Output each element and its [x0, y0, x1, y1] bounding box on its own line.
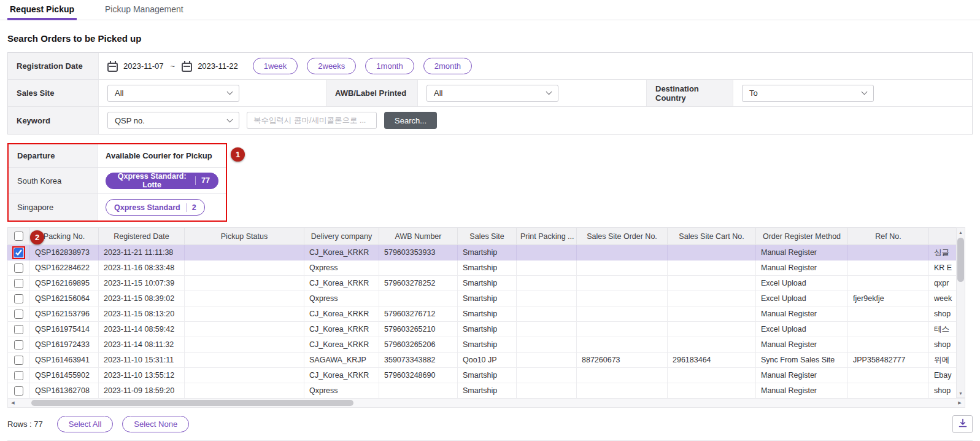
- cell-packing-no: QSP162156064: [30, 291, 99, 306]
- departure-country-label: Singapore: [9, 194, 98, 221]
- table-row[interactable]: QSP1614559022023-11-10 13:55:12CJ_Korea_…: [8, 368, 957, 383]
- row-checkbox[interactable]: [14, 371, 23, 380]
- select-none-button[interactable]: Select None: [122, 416, 189, 432]
- keyword-type-selected-value: QSP no.: [115, 116, 145, 125]
- select-all-header-cell: [8, 228, 30, 245]
- search-filter-panel: Registration Date 2023-11-07 ~ 2023-11-2…: [7, 52, 973, 135]
- date-preset-2weeks[interactable]: 2weeks: [307, 58, 356, 74]
- cell-registered-date: 2023-11-14 08:59:42: [99, 322, 185, 337]
- scroll-right-icon[interactable]: ▶: [955, 400, 965, 405]
- cell-packing-no: QSP162153796: [30, 306, 99, 322]
- row-checkbox[interactable]: [14, 325, 23, 334]
- horizontal-scrollbar[interactable]: ◀ ▶: [7, 398, 965, 408]
- cell-registered-date: 2023-11-09 18:59:20: [99, 383, 185, 399]
- tab-pickup-management[interactable]: Pickup Management: [102, 0, 186, 20]
- cell-pickup-status: [185, 383, 304, 399]
- cell-order-register-method: Excel Upload: [756, 322, 848, 337]
- cell-registered-date: 2023-11-10 15:31:11: [99, 353, 185, 368]
- horizontal-scrollbar-thumb[interactable]: [31, 400, 353, 406]
- table-row[interactable]: QSP1621560642023-11-15 08:39:02QxpressSm…: [8, 291, 957, 306]
- cell-extra: KR E: [929, 260, 957, 276]
- row-checkbox[interactable]: [14, 279, 23, 288]
- date-preset-2month[interactable]: 2month: [423, 58, 472, 74]
- row-checkbox[interactable]: [14, 386, 23, 396]
- horizontal-scrollbar-track[interactable]: [18, 399, 955, 407]
- table-row[interactable]: QSP1621698952023-11-15 10:07:39CJ_Korea_…: [8, 276, 957, 291]
- courier-pickup-button[interactable]: Qxpress Standard: Lotte77: [106, 173, 218, 189]
- vertical-scrollbar[interactable]: ▲ ▼: [956, 227, 965, 398]
- cell-pickup-status: [185, 260, 304, 276]
- scroll-up-icon[interactable]: ▲: [957, 228, 965, 236]
- column-header-sales-site-order-no: Sales Site Order No.: [577, 228, 668, 245]
- cell-packing-no: QSP162169895: [30, 276, 99, 291]
- departure-country-label: South Korea: [9, 168, 98, 193]
- keyword-input[interactable]: [247, 112, 377, 129]
- cell-awb-number: [379, 291, 458, 306]
- cell-sales-site: Smartship: [458, 337, 517, 353]
- cell-sales-site-order-no: [577, 245, 668, 260]
- date-preset-1month[interactable]: 1month: [365, 58, 414, 74]
- calendar-icon[interactable]: [107, 63, 118, 72]
- row-select-cell: [8, 368, 30, 383]
- cell-extra: 위메: [929, 353, 957, 368]
- cell-awb-number: [379, 260, 458, 276]
- sales-site-selected-value: All: [115, 88, 123, 98]
- cell-ref-no: [848, 245, 929, 260]
- scroll-down-icon[interactable]: ▼: [957, 389, 965, 397]
- row-checkbox[interactable]: [14, 294, 23, 303]
- row-checkbox[interactable]: [14, 248, 23, 257]
- export-download-button[interactable]: [952, 415, 973, 433]
- table-row[interactable]: QSP1622846222023-11-16 08:33:48QxpressSm…: [8, 260, 957, 276]
- awb-label-printed-selected-value: All: [434, 88, 442, 98]
- sales-site-select[interactable]: All: [107, 85, 239, 102]
- row-checkbox[interactable]: [14, 356, 23, 365]
- date-from-value[interactable]: 2023-11-07: [123, 61, 164, 71]
- calendar-icon[interactable]: [182, 63, 192, 72]
- table-row[interactable]: QSP1613627082023-11-09 18:59:20QxpressSm…: [8, 383, 957, 399]
- table-body: QSP1628389732023-11-21 11:11:38CJ_Korea_…: [8, 245, 957, 399]
- date-to-value[interactable]: 2023-11-22: [198, 61, 238, 71]
- vertical-scrollbar-thumb[interactable]: [957, 238, 964, 282]
- cell-awb-number: [379, 383, 458, 399]
- cell-delivery-company: CJ_Korea_KRKR: [304, 306, 379, 322]
- table-row[interactable]: QSP1621537962023-11-15 08:13:20CJ_Korea_…: [8, 306, 957, 322]
- scroll-left-icon[interactable]: ◀: [8, 400, 18, 405]
- cell-ref-no: [848, 337, 929, 353]
- table-row[interactable]: QSP1619754142023-11-14 08:59:42CJ_Korea_…: [8, 322, 957, 337]
- cell-delivery-company: CJ_Korea_KRKR: [304, 245, 379, 260]
- chevron-down-icon: [546, 89, 552, 95]
- cell-order-register-method: Manual Register: [756, 368, 848, 383]
- search-button[interactable]: Search...: [384, 112, 437, 129]
- table-row[interactable]: QSP1619724332023-11-14 08:11:32CJ_Korea_…: [8, 337, 957, 353]
- row-checkbox[interactable]: [14, 340, 23, 349]
- registration-date-cell: 2023-11-07 ~ 2023-11-22 1week2weeks1mont…: [99, 53, 972, 79]
- cell-ref-no: [848, 383, 929, 399]
- cell-order-register-method: Sync From Sales Site: [756, 353, 848, 368]
- awb-label-printed-cell: All: [418, 80, 646, 106]
- row-checkbox[interactable]: [14, 263, 23, 273]
- tab-request-pickup[interactable]: Request Pickup: [7, 0, 77, 20]
- select-all-checkbox[interactable]: [14, 232, 23, 241]
- cell-awb-number: 579603276712: [379, 306, 458, 322]
- cell-sales-site: Smartship: [458, 245, 517, 260]
- table-row[interactable]: QSP1628389732023-11-21 11:11:38CJ_Korea_…: [8, 245, 957, 260]
- keyword-type-select[interactable]: QSP no.: [107, 112, 239, 129]
- courier-pickup-button[interactable]: Qxpress Standard2: [106, 199, 205, 216]
- chevron-down-icon: [227, 116, 233, 122]
- cell-print-packing: [517, 353, 577, 368]
- row-checkbox[interactable]: [14, 310, 23, 319]
- select-all-button[interactable]: Select All: [57, 416, 113, 432]
- courier-name: Qxpress Standard: [114, 203, 180, 212]
- cell-packing-no: QSP161975414: [30, 322, 99, 337]
- cell-delivery-company: CJ_Korea_KRKR: [304, 276, 379, 291]
- cell-order-register-method: Manual Register: [756, 383, 848, 399]
- table-row[interactable]: QSP1614639412023-11-10 15:31:11SAGAWA_KR…: [8, 353, 957, 368]
- awb-label-printed-select[interactable]: All: [426, 85, 558, 102]
- date-preset-1week[interactable]: 1week: [253, 58, 298, 74]
- departure-row: South KoreaQxpress Standard: Lotte77: [9, 168, 226, 194]
- cell-delivery-company: Qxpress: [304, 383, 379, 399]
- cell-ref-no: [848, 260, 929, 276]
- cell-sales-site-cart-no: [668, 337, 756, 353]
- destination-country-select[interactable]: To: [742, 85, 874, 102]
- cell-sales-site-cart-no: [668, 322, 756, 337]
